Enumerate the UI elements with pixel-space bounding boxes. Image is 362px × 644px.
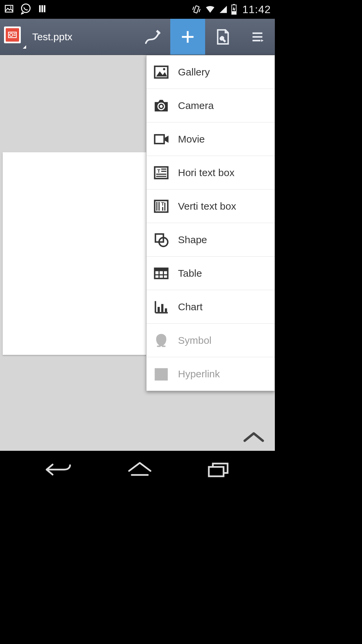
- shape-icon: [152, 230, 171, 249]
- insert-hyperlink-item: Hyperlink: [146, 357, 275, 391]
- movie-icon: [152, 130, 171, 149]
- vibrate-icon: [191, 4, 201, 14]
- cellular-icon: [219, 4, 228, 14]
- svg-rect-28: [155, 135, 164, 144]
- status-clock: 11:42: [242, 3, 271, 16]
- chart-icon: [152, 298, 171, 316]
- wifi-icon: [205, 4, 216, 14]
- battery-charging-icon: [231, 4, 237, 15]
- recent-apps-button[interactable]: [206, 461, 232, 478]
- svg-rect-51: [158, 307, 160, 312]
- menu-item-label: Chart: [178, 301, 202, 313]
- app-toolbar: Test.pptx: [0, 19, 275, 55]
- insert-menu: Gallery Camera Movie T Hori text box: [146, 55, 275, 391]
- menu-item-label: Verti text box: [178, 201, 236, 212]
- slide-canvas-area[interactable]: Gallery Camera Movie T Hori text box: [0, 55, 275, 451]
- menu-item-label: Movie: [178, 133, 205, 145]
- svg-marker-22: [261, 39, 263, 42]
- camera-icon: [152, 96, 171, 115]
- svg-rect-53: [165, 308, 167, 312]
- svg-text:T: T: [161, 201, 164, 206]
- svg-marker-24: [156, 71, 167, 76]
- back-button[interactable]: [43, 461, 73, 478]
- svg-text:T: T: [157, 168, 161, 174]
- svg-point-14: [10, 33, 13, 36]
- menu-item-label: Hyperlink: [178, 368, 220, 380]
- home-button[interactable]: [126, 461, 153, 478]
- menu-item-label: Hori text box: [178, 167, 234, 178]
- hori-text-icon: T: [152, 163, 171, 182]
- svg-rect-52: [161, 304, 164, 312]
- verti-text-icon: T: [152, 197, 171, 216]
- menu-button[interactable]: [240, 19, 275, 55]
- android-nav-bar: [0, 451, 275, 488]
- app-icon: [4, 26, 21, 43]
- insert-symbol-item: Symbol: [146, 324, 275, 357]
- insert-table-item[interactable]: Table: [146, 257, 275, 290]
- insert-movie-item[interactable]: Movie: [146, 122, 275, 156]
- svg-rect-45: [155, 268, 168, 271]
- insert-hori-text-item[interactable]: T Hori text box: [146, 156, 275, 190]
- menu-item-label: Table: [178, 268, 202, 279]
- file-title: Test.pptx: [32, 31, 72, 43]
- table-icon: [152, 264, 171, 283]
- menu-item-label: Gallery: [178, 66, 210, 78]
- svg-rect-4: [42, 5, 43, 12]
- picture-notification-icon: [4, 4, 14, 15]
- menu-item-label: Symbol: [178, 335, 212, 346]
- svg-point-25: [163, 68, 165, 70]
- symbol-icon: [152, 331, 171, 350]
- status-bar: 11:42: [0, 0, 275, 19]
- insert-gallery-item[interactable]: Gallery: [146, 55, 275, 89]
- insert-button[interactable]: [170, 19, 205, 55]
- insert-shape-item[interactable]: Shape: [146, 223, 275, 257]
- app-notification-icon: [38, 4, 47, 15]
- app-file-spinner[interactable]: [4, 26, 25, 47]
- draw-button[interactable]: [135, 19, 170, 55]
- svg-rect-3: [39, 5, 41, 12]
- svg-rect-10: [233, 4, 235, 5]
- svg-line-8: [199, 9, 200, 12]
- svg-marker-29: [165, 136, 169, 143]
- svg-point-1: [10, 6, 11, 8]
- tools-button[interactable]: [205, 19, 240, 55]
- svg-line-7: [193, 7, 194, 10]
- svg-point-27: [160, 105, 163, 108]
- hyperlink-icon: [152, 365, 171, 383]
- insert-chart-item[interactable]: Chart: [146, 290, 275, 324]
- svg-rect-6: [194, 6, 199, 13]
- svg-rect-58: [209, 467, 224, 476]
- svg-point-2: [21, 4, 30, 13]
- menu-item-label: Camera: [178, 100, 214, 111]
- gallery-icon: [152, 63, 171, 82]
- svg-rect-11: [232, 11, 236, 14]
- svg-rect-5: [44, 5, 46, 12]
- whatsapp-notification-icon: [20, 3, 32, 16]
- menu-item-label: Shape: [178, 234, 207, 246]
- insert-verti-text-item[interactable]: T Verti text box: [146, 190, 275, 223]
- expand-panel-button[interactable]: [242, 430, 265, 445]
- svg-rect-0: [5, 5, 13, 12]
- insert-camera-item[interactable]: Camera: [146, 89, 275, 122]
